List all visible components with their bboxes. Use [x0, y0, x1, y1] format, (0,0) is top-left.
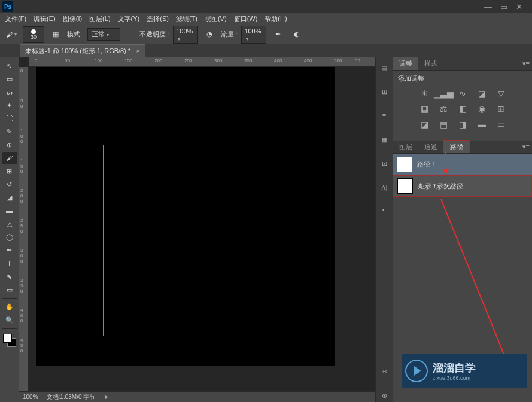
photo-filter-icon[interactable]: ◉ [475, 103, 488, 114]
menu-image[interactable]: 图像(I) [63, 14, 82, 23]
gradient-tool[interactable]: ▬ [2, 205, 17, 217]
watermark-url: zixue.3d66.com [433, 375, 476, 381]
path-thumb [397, 157, 412, 172]
path-name-label: 矩形 1形状路径 [418, 182, 463, 191]
path-thumb [397, 178, 413, 194]
crop-tool[interactable]: ⛶ [2, 112, 17, 124]
brush-panel-icon[interactable]: ▦ [378, 133, 391, 146]
history-brush-tool[interactable]: ↺ [2, 178, 17, 190]
document-tab-title: 未标题-1 @ 100% (矩形 1, RGB/8) * [25, 47, 130, 54]
posterize-icon[interactable]: ▤ [437, 119, 450, 130]
color-balance-icon[interactable]: ⚖ [437, 103, 450, 114]
threshold-icon[interactable]: ◨ [456, 119, 469, 130]
rectangle-tool[interactable]: ▭ [2, 284, 17, 296]
tab-layers[interactable]: 图层 [393, 141, 418, 153]
document-tab[interactable]: 未标题-1 @ 100% (矩形 1, RGB/8) * × [20, 44, 145, 57]
tab-channels[interactable]: 通道 [418, 141, 443, 153]
paths-panel: 路径 1 矩形 1形状路径 溜溜自学 zixue.3d66.com [393, 154, 532, 402]
paragraph-panel-icon[interactable]: ¶ [378, 205, 391, 218]
clone-stamp-tool[interactable]: ⊞ [2, 165, 17, 177]
path-item-1[interactable]: 路径 1 [393, 154, 532, 175]
info-panel-icon[interactable]: ⊡ [378, 157, 391, 170]
selective-color-icon[interactable]: ▭ [494, 119, 507, 130]
lasso-tool[interactable]: ᔕ [2, 86, 17, 98]
menu-view[interactable]: 视图(V) [205, 14, 227, 23]
type-tool[interactable]: T [2, 257, 17, 269]
tablet-pressure-icon[interactable]: ◐ [289, 28, 305, 41]
opacity-label: 不透明度 : [139, 30, 169, 39]
menu-filter[interactable]: 滤镜(T) [176, 14, 197, 23]
eyedropper-tool[interactable]: ✎ [2, 126, 17, 138]
character-panel-icon[interactable]: A| [378, 181, 391, 194]
channel-mixer-icon[interactable]: ⊞ [494, 103, 507, 114]
brush-tool[interactable]: 🖌 [2, 152, 17, 164]
opacity-pressure-icon[interactable]: ◔ [202, 28, 217, 41]
paths-panel-menu-icon[interactable]: ▾≡ [522, 143, 530, 151]
menu-edit[interactable]: 编辑(E) [34, 14, 56, 23]
brush-preset-picker[interactable]: 30 [23, 26, 44, 43]
tab-adjustments[interactable]: 调整 [393, 57, 418, 70]
flow-input[interactable]: 100%▾ [241, 26, 266, 44]
gradient-map-icon[interactable]: ▬ [475, 119, 488, 130]
svg-line-2 [441, 199, 513, 376]
levels-icon[interactable]: ▁▃▅ [437, 88, 450, 99]
menu-type[interactable]: 文字(Y) [118, 14, 140, 23]
tools-panel-icon[interactable]: ✂ [378, 365, 391, 378]
dodge-tool[interactable]: ◯ [2, 231, 17, 243]
menu-file[interactable]: 文件(F) [5, 14, 26, 23]
hue-sat-icon[interactable]: ▦ [418, 103, 431, 114]
status-bar: 100% 文档:1.03M/0 字节 [19, 391, 375, 402]
maximize-button[interactable]: ▭ [500, 2, 507, 11]
blend-mode-select[interactable]: 正常▾ [87, 28, 120, 41]
path-selection-tool[interactable]: ⬉ [2, 270, 17, 282]
magic-wand-tool[interactable]: ✦ [2, 99, 17, 111]
flow-label: 流量 : [221, 30, 238, 39]
pen-tool[interactable]: ✒ [2, 244, 17, 256]
ruler-vertical[interactable]: 050100150200250300350400450 [19, 67, 29, 391]
color-swatch[interactable] [3, 334, 16, 347]
marquee-tool[interactable]: ▭ [2, 73, 17, 85]
tool-preset-icon[interactable]: 🖌▾ [4, 28, 19, 41]
canvas[interactable] [29, 67, 375, 391]
bw-icon[interactable]: ◧ [456, 103, 469, 114]
curves-icon[interactable]: ∿ [456, 88, 469, 99]
move-tool[interactable]: ↖ [2, 60, 17, 72]
menu-select[interactable]: 选择(S) [147, 14, 169, 23]
healing-brush-tool[interactable]: ⊕ [2, 139, 17, 151]
close-button[interactable]: ✕ [516, 2, 522, 11]
menu-layer[interactable]: 图层(L) [89, 14, 110, 23]
navigator-panel-icon[interactable]: ⊛ [378, 389, 391, 402]
blur-tool[interactable]: △ [2, 218, 17, 230]
ruler-horizontal[interactable]: 05010015020025030035040045050055 [29, 57, 375, 67]
path-item-shape[interactable]: 矩形 1形状路径 [393, 175, 532, 197]
brush-panel-toggle-icon[interactable]: ▦ [48, 28, 63, 41]
history-panel-icon[interactable]: ▤ [378, 61, 391, 74]
invert-icon[interactable]: ◪ [418, 119, 431, 130]
rectangle-shape-path[interactable] [103, 145, 282, 336]
airbrush-icon[interactable]: ✒ [270, 28, 285, 41]
menu-help[interactable]: 帮助(H) [265, 14, 287, 23]
foreground-color[interactable] [3, 334, 12, 343]
status-menu-icon[interactable] [105, 395, 108, 400]
properties-panel-icon[interactable]: ≡ [378, 109, 391, 122]
hand-tool[interactable]: ✋ [2, 301, 17, 313]
close-document-icon[interactable]: × [136, 47, 139, 54]
watermark-name: 溜溜自学 [433, 361, 476, 375]
zoom-level[interactable]: 100% [23, 394, 38, 400]
menubar: 文件(F) 编辑(E) 图像(I) 图层(L) 文字(Y) 选择(S) 滤镜(T… [0, 13, 532, 25]
brightness-icon[interactable]: ☀ [418, 88, 431, 99]
tab-paths[interactable]: 路径 [443, 140, 470, 153]
tab-styles[interactable]: 样式 [418, 57, 443, 70]
opacity-input[interactable]: 100%▾ [173, 26, 198, 44]
minimize-button[interactable]: — [484, 2, 492, 11]
menu-window[interactable]: 窗口(W) [234, 14, 258, 23]
adjust-panel-tabs: 调整 样式 ▾≡ [393, 57, 532, 71]
zoom-tool[interactable]: 🔍 [2, 314, 17, 326]
right-panels: 调整 样式 ▾≡ 添加调整 ☀ ▁▃▅ ∿ ◪ ▽ ▦ ⚖ ◧ ◉ ⊞ ◪ ▤ [393, 57, 532, 402]
vibrance-icon[interactable]: ▽ [494, 88, 507, 99]
titlebar: Ps — ▭ ✕ [0, 0, 532, 13]
actions-panel-icon[interactable]: ⊞ [378, 85, 391, 98]
exposure-icon[interactable]: ◪ [475, 88, 488, 99]
eraser-tool[interactable]: ◢ [2, 191, 17, 203]
panel-menu-icon[interactable]: ▾≡ [522, 60, 530, 68]
